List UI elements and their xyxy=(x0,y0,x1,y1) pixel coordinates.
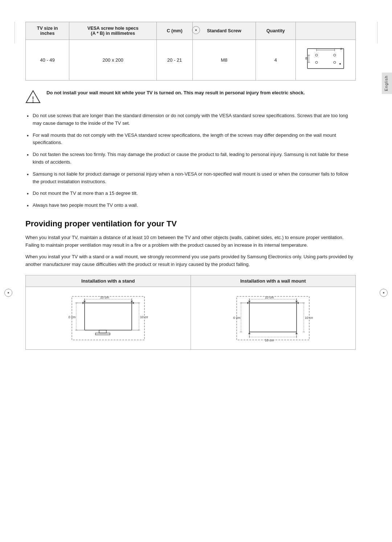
table-header-tv-size: TV size ininches xyxy=(26,22,69,40)
warning-box: ! Do not install your wall mount kit whi… xyxy=(25,89,356,104)
svg-rect-20 xyxy=(95,333,110,335)
svg-rect-18 xyxy=(85,303,132,330)
corner-line-top-left xyxy=(15,22,15,44)
svg-text:10 cm: 10 cm xyxy=(265,338,274,342)
table-cell-tv-size: 40 - 49 xyxy=(26,40,69,81)
vent-diagram-stand: Installation with a stand xyxy=(26,275,191,349)
bullet-item-3: Do not fasten the screws too firmly. Thi… xyxy=(25,150,356,167)
svg-point-2 xyxy=(334,54,336,56)
svg-point-3 xyxy=(315,61,318,63)
svg-text:A: A xyxy=(340,47,342,51)
svg-text:10 cm: 10 cm xyxy=(233,316,240,320)
svg-point-16 xyxy=(33,102,34,103)
table-cell-c-mm: 20 - 21 xyxy=(157,40,193,81)
svg-marker-72 xyxy=(295,332,298,334)
vent-diagram-stand-content: 10 cm 10 cm 10 cm xyxy=(26,287,191,349)
svg-text:10 cm: 10 cm xyxy=(265,296,274,299)
warning-triangle-icon: ! xyxy=(25,89,41,104)
main-content: TV size ininches VESA screw hole specs(A… xyxy=(25,22,367,350)
registration-mark-left xyxy=(4,289,12,297)
svg-rect-19 xyxy=(99,330,106,333)
table-cell-quantity: 4 xyxy=(256,40,295,81)
svg-text:!: ! xyxy=(32,96,34,102)
section-heading: Providing proper ventilation for your TV xyxy=(25,219,356,229)
svg-text:10 cm: 10 cm xyxy=(305,316,313,320)
vent-diagram-wall-content: 10 cm 10 cm 10 cm xyxy=(191,287,356,349)
svg-text:10 cm: 10 cm xyxy=(100,296,109,299)
registration-mark-right xyxy=(380,289,388,297)
svg-text:B: B xyxy=(305,57,307,60)
bullet-item-5: Do not mount the TV at more than a 15 de… xyxy=(25,189,356,198)
warning-strong-text: Do not install your wall mount kit while… xyxy=(46,90,305,95)
vent-diagram-wall-title: Installation with a wall mount xyxy=(191,275,356,287)
table-header-diagram xyxy=(296,22,356,40)
bullet-item-6: Always have two people mount the TV onto… xyxy=(25,201,356,210)
vent-diagram-stand-title: Installation with a stand xyxy=(26,275,191,287)
language-sidebar: English xyxy=(382,73,392,94)
section-para-2: When you install your TV with a stand or… xyxy=(25,253,356,268)
svg-point-13 xyxy=(339,63,341,65)
bullet-item-4: Samsung is not liable for product damage… xyxy=(25,169,356,187)
bullet-list: Do not use screws that are longer than t… xyxy=(25,111,356,210)
table-header-standard-screw: Standard Screw xyxy=(193,22,256,40)
vent-stand-svg: 10 cm 10 cm 10 cm xyxy=(68,293,148,344)
table-header-c-mm: C (mm) xyxy=(157,22,193,40)
svg-rect-44 xyxy=(249,303,297,332)
table-cell-standard-screw: M8 xyxy=(193,40,256,81)
svg-text:10 cm: 10 cm xyxy=(140,315,148,319)
svg-marker-70 xyxy=(248,332,250,334)
table-header-quantity: Quantity xyxy=(256,22,295,40)
tv-diagram-svg: A B xyxy=(300,45,351,74)
warning-text: Do not install your wall mount kit while… xyxy=(46,89,305,97)
bullet-item-1: Do not use screws that are longer than t… xyxy=(25,111,356,128)
table-cell-vesa-spec: 200 x 200 xyxy=(69,40,157,81)
svg-point-4 xyxy=(334,61,336,63)
corner-line-top-right xyxy=(377,22,377,44)
vent-wall-svg: 10 cm 10 cm 10 cm xyxy=(233,293,313,344)
page-container: English TV size ininches VESA screw hole… xyxy=(0,22,392,542)
table-header-vesa-spec: VESA screw hole specs(A * B) in millimet… xyxy=(69,22,157,40)
vent-diagram-wall-mount: Installation with a wall mount 10 cm xyxy=(191,275,356,349)
svg-point-1 xyxy=(315,54,318,56)
section-para-1: When you install your TV, maintain a dis… xyxy=(25,234,356,249)
registration-mark-top xyxy=(192,26,200,34)
bullet-item-2: For wall mounts that do not comply with … xyxy=(25,131,356,148)
svg-rect-0 xyxy=(307,49,344,69)
ventilation-diagrams: Installation with a stand xyxy=(25,275,356,350)
svg-text:10 cm: 10 cm xyxy=(68,315,75,319)
vesa-table: TV size ininches VESA screw hole specs(A… xyxy=(25,22,356,81)
table-cell-tv-diagram: A B xyxy=(296,40,356,81)
